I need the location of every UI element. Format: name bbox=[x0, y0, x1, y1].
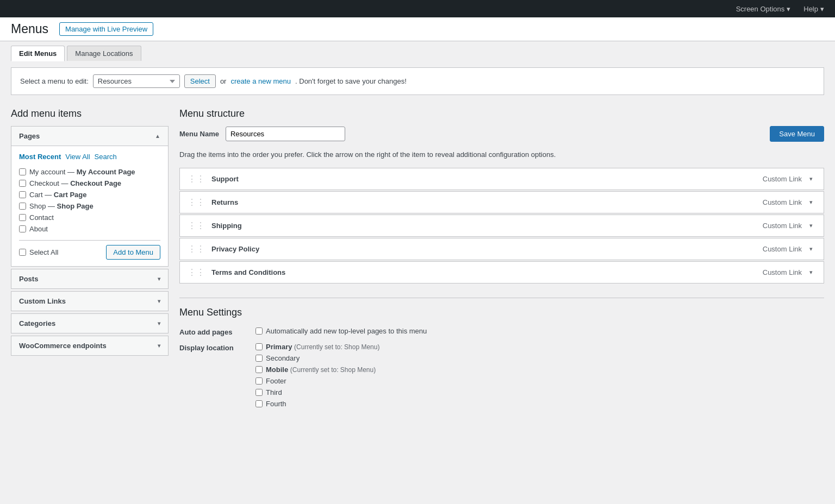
page-checkbox-shop[interactable] bbox=[19, 203, 26, 210]
page-checkbox-my-account[interactable] bbox=[19, 168, 26, 175]
page-label-shop[interactable]: Shop — Shop Page bbox=[29, 202, 94, 210]
menu-item-privacy-expand-icon[interactable]: ▾ bbox=[806, 244, 816, 254]
page-label-cart[interactable]: Cart — Cart Page bbox=[29, 191, 87, 199]
create-new-menu-link[interactable]: create a new menu bbox=[230, 77, 291, 85]
page-checkbox-about[interactable] bbox=[19, 225, 26, 232]
menu-settings-title: Menu Settings bbox=[179, 298, 824, 318]
posts-arrow-icon: ▾ bbox=[158, 276, 160, 282]
menu-item-terms-name: Terms and Conditions bbox=[211, 268, 285, 276]
menu-items-list: ⋮⋮ Support Custom Link ▾ ⋮⋮ Returns Cust… bbox=[179, 168, 824, 285]
location-primary-label[interactable]: Primary (Currently set to: Shop Menu) bbox=[266, 343, 379, 351]
custom-links-arrow-icon: ▾ bbox=[158, 298, 160, 304]
categories-label: Categories bbox=[19, 319, 55, 327]
auto-add-text[interactable]: Automatically add new top-level pages to… bbox=[266, 327, 427, 335]
menu-structure-title: Menu structure bbox=[179, 108, 824, 119]
menu-item-privacy-right: Custom Link ▾ bbox=[763, 244, 816, 254]
page-item-about: About bbox=[19, 223, 160, 235]
left-panel: Add menu items Pages ▲ Most Recent View … bbox=[11, 108, 169, 358]
woocommerce-accordion-header[interactable]: WooCommerce endpoints ▾ bbox=[11, 336, 168, 355]
menu-item-terms-left: ⋮⋮ Terms and Conditions bbox=[188, 267, 285, 278]
main-layout: Add menu items Pages ▲ Most Recent View … bbox=[0, 102, 835, 421]
menu-select-dropdown[interactable]: Resources Primary Menu bbox=[93, 74, 180, 88]
categories-accordion-header[interactable]: Categories ▾ bbox=[11, 314, 168, 333]
auto-add-options: Automatically add new top-level pages to… bbox=[256, 327, 427, 335]
select-all-label[interactable]: Select All bbox=[19, 248, 58, 256]
tab-manage-locations[interactable]: Manage Locations bbox=[67, 46, 141, 61]
menu-item-shipping-right: Custom Link ▾ bbox=[763, 221, 816, 230]
menu-item-support-expand-icon[interactable]: ▾ bbox=[806, 174, 816, 184]
menu-item-terms[interactable]: ⋮⋮ Terms and Conditions Custom Link ▾ bbox=[179, 261, 824, 284]
help-arrow: ▾ bbox=[820, 5, 824, 13]
pages-arrow-icon: ▲ bbox=[155, 133, 160, 139]
posts-accordion-header[interactable]: Posts ▾ bbox=[11, 269, 168, 288]
select-all-checkbox[interactable] bbox=[19, 249, 26, 256]
location-mobile-checkbox[interactable] bbox=[256, 366, 263, 373]
pages-tabs: Most Recent View All Search bbox=[19, 153, 160, 161]
location-secondary-checkbox[interactable] bbox=[256, 355, 263, 362]
location-secondary-label[interactable]: Secondary bbox=[266, 354, 300, 362]
add-to-menu-button[interactable]: Add to Menu bbox=[106, 245, 160, 260]
pages-tab-search[interactable]: Search bbox=[95, 153, 117, 161]
menu-item-shipping[interactable]: ⋮⋮ Shipping Custom Link ▾ bbox=[179, 215, 824, 237]
save-menu-button[interactable]: Save Menu bbox=[770, 126, 824, 142]
menu-name-input[interactable] bbox=[226, 127, 345, 141]
location-footer-checkbox[interactable] bbox=[256, 377, 263, 385]
page-title: Menus bbox=[11, 22, 48, 36]
page-checkbox-checkout[interactable] bbox=[19, 180, 26, 187]
page-header: Menus Manage with Live Preview bbox=[0, 17, 835, 41]
menu-item-shipping-expand-icon[interactable]: ▾ bbox=[806, 221, 816, 230]
menu-item-returns-name: Returns bbox=[211, 198, 238, 206]
location-footer-label[interactable]: Footer bbox=[266, 377, 286, 385]
categories-arrow-icon: ▾ bbox=[158, 320, 160, 326]
menu-item-privacy-left: ⋮⋮ Privacy Policy bbox=[188, 244, 259, 254]
menu-item-returns-expand-icon[interactable]: ▾ bbox=[806, 198, 816, 207]
auto-add-checkbox[interactable] bbox=[256, 327, 263, 335]
drag-handle-icon: ⋮⋮ bbox=[188, 197, 205, 207]
right-panel: Menu structure Menu Name Save Menu Drag … bbox=[179, 108, 824, 414]
drag-handle-icon: ⋮⋮ bbox=[188, 244, 205, 254]
menu-item-privacy-policy[interactable]: ⋮⋮ Privacy Policy Custom Link ▾ bbox=[179, 238, 824, 260]
select-all-row: Select All Add to Menu bbox=[19, 240, 160, 260]
live-preview-button[interactable]: Manage with Live Preview bbox=[59, 22, 153, 36]
menu-item-support[interactable]: ⋮⋮ Support Custom Link ▾ bbox=[179, 168, 824, 190]
select-or-text: or bbox=[220, 77, 227, 85]
custom-links-accordion-header[interactable]: Custom Links ▾ bbox=[11, 292, 168, 311]
location-mobile: Mobile (Currently set to: Shop Menu) bbox=[256, 366, 379, 374]
pages-accordion: Pages ▲ Most Recent View All Search My a… bbox=[11, 126, 169, 267]
tab-edit-menus[interactable]: Edit Menus bbox=[11, 46, 65, 61]
pages-tab-view-all[interactable]: View All bbox=[65, 153, 90, 161]
drag-hint: Drag the items into the order you prefer… bbox=[179, 149, 824, 160]
select-after-text: . Don't forget to save your changes! bbox=[295, 77, 407, 85]
pages-label: Pages bbox=[19, 132, 40, 140]
location-primary-checkbox[interactable] bbox=[256, 343, 263, 350]
display-location-options: Primary (Currently set to: Shop Menu) Se… bbox=[256, 343, 379, 408]
page-checkbox-contact[interactable] bbox=[19, 214, 26, 221]
page-label-checkout[interactable]: Checkout — Checkout Page bbox=[29, 179, 121, 187]
select-menu-label: Select a menu to edit: bbox=[20, 77, 89, 85]
location-fourth-checkbox[interactable] bbox=[256, 400, 263, 407]
menu-item-returns[interactable]: ⋮⋮ Returns Custom Link ▾ bbox=[179, 191, 824, 213]
location-primary: Primary (Currently set to: Shop Menu) bbox=[256, 343, 379, 351]
display-location-label: Display location bbox=[179, 343, 245, 352]
location-third-label[interactable]: Third bbox=[266, 388, 282, 396]
location-mobile-label[interactable]: Mobile (Currently set to: Shop Menu) bbox=[266, 366, 376, 374]
pages-tab-most-recent[interactable]: Most Recent bbox=[19, 153, 61, 161]
page-label-about[interactable]: About bbox=[29, 225, 48, 233]
menu-item-terms-expand-icon[interactable]: ▾ bbox=[806, 268, 816, 277]
woocommerce-label: WooCommerce endpoints bbox=[19, 342, 107, 350]
help-button[interactable]: Help ▾ bbox=[799, 3, 828, 15]
location-fourth: Fourth bbox=[256, 400, 379, 408]
page-checkbox-cart[interactable] bbox=[19, 191, 26, 198]
location-fourth-label[interactable]: Fourth bbox=[266, 400, 286, 408]
page-item-my-account: My account — My Account Page bbox=[19, 166, 160, 178]
menu-item-privacy-type: Custom Link bbox=[763, 245, 802, 253]
auto-add-label: Auto add pages bbox=[179, 327, 245, 336]
page-label-contact[interactable]: Contact bbox=[29, 213, 54, 222]
pages-accordion-header[interactable]: Pages ▲ bbox=[11, 127, 168, 146]
screen-options-button[interactable]: Screen Options ▾ bbox=[732, 3, 795, 15]
page-label-my-account[interactable]: My account — My Account Page bbox=[29, 168, 135, 176]
menu-item-support-left: ⋮⋮ Support bbox=[188, 174, 239, 184]
location-third-checkbox[interactable] bbox=[256, 389, 263, 396]
select-button[interactable]: Select bbox=[184, 74, 216, 88]
menu-item-terms-right: Custom Link ▾ bbox=[763, 268, 816, 277]
